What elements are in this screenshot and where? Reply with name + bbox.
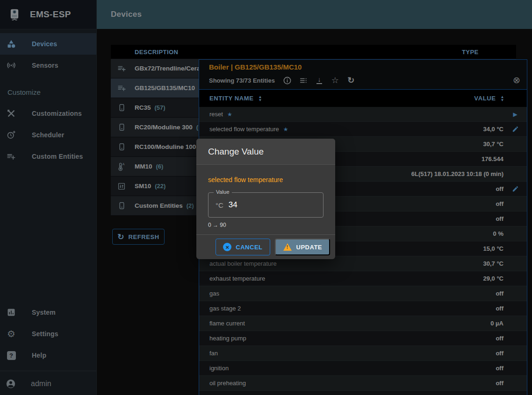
cancel-button[interactable]: × CANCEL [216,239,270,255]
dialog-title: Change Value [196,139,335,165]
dialog-body: selected flow temperature Value °C 34 0 … [196,176,335,228]
value-input-text: 34 [229,200,237,210]
update-button[interactable]: ! UPDATE [275,239,330,255]
dialog-footer: × CANCEL ! UPDATE [196,234,335,259]
warning-icon: ! [283,243,292,251]
range-helper-text: 0 → 90 [208,222,324,228]
value-input-label: Value [214,189,232,195]
unit-adornment: °C [216,201,223,209]
value-input[interactable]: Value °C 34 [208,192,324,218]
change-value-dialog: Change Value selected flow temperature V… [196,139,335,259]
ems-esp-app: EMS-ESP Devices Sensors [0,0,532,395]
cancel-icon: × [223,243,231,251]
entity-label: selected flow temperature [208,176,324,183]
